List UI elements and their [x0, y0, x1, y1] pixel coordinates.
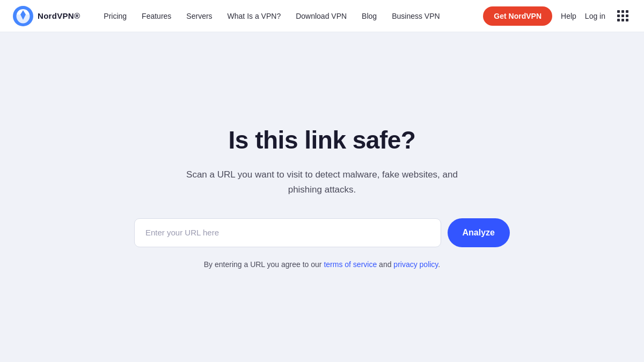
main-content: Is this link safe? Scan a URL you want t…	[0, 32, 644, 362]
nav-link-business-vpn[interactable]: Business VPN	[385, 8, 446, 25]
help-link[interactable]: Help	[561, 12, 576, 20]
terms-after-text: .	[438, 260, 440, 269]
login-link[interactable]: Log in	[585, 12, 605, 20]
nav-actions: Get NordVPN Help Log in	[483, 6, 631, 26]
grid-dots-icon	[617, 10, 628, 21]
analyze-button[interactable]: Analyze	[448, 218, 510, 247]
apps-grid-button[interactable]	[614, 8, 631, 25]
get-nordvpn-button[interactable]: Get NordVPN	[483, 6, 552, 26]
nav-links: Pricing Features Servers What Is a VPN? …	[97, 8, 483, 25]
logo-text: NordVPN®	[38, 11, 80, 20]
terms-before-text: By entering a URL you agree to our	[204, 260, 324, 269]
nav-link-download-vpn[interactable]: Download VPN	[289, 8, 353, 25]
url-input[interactable]	[134, 218, 441, 247]
privacy-policy-link[interactable]: privacy policy	[393, 260, 438, 269]
nordvpn-logo-icon	[13, 6, 33, 26]
hero-subtitle: Scan a URL you want to visit to detect m…	[172, 167, 472, 196]
nav-link-features[interactable]: Features	[135, 8, 178, 25]
nav-link-servers[interactable]: Servers	[180, 8, 218, 25]
page-title: Is this link safe?	[229, 125, 416, 154]
terms-of-service-link[interactable]: terms of service	[324, 260, 377, 269]
logo[interactable]: NordVPN®	[13, 6, 80, 26]
terms-middle-text: and	[377, 260, 393, 269]
nav-link-blog[interactable]: Blog	[355, 8, 383, 25]
terms-notice: By entering a URL you agree to our terms…	[204, 260, 440, 269]
nav-link-what-is-vpn[interactable]: What Is a VPN?	[221, 8, 288, 25]
url-search-area: Analyze	[134, 218, 510, 247]
navbar: NordVPN® Pricing Features Servers What I…	[0, 0, 644, 32]
nav-link-pricing[interactable]: Pricing	[97, 8, 133, 25]
